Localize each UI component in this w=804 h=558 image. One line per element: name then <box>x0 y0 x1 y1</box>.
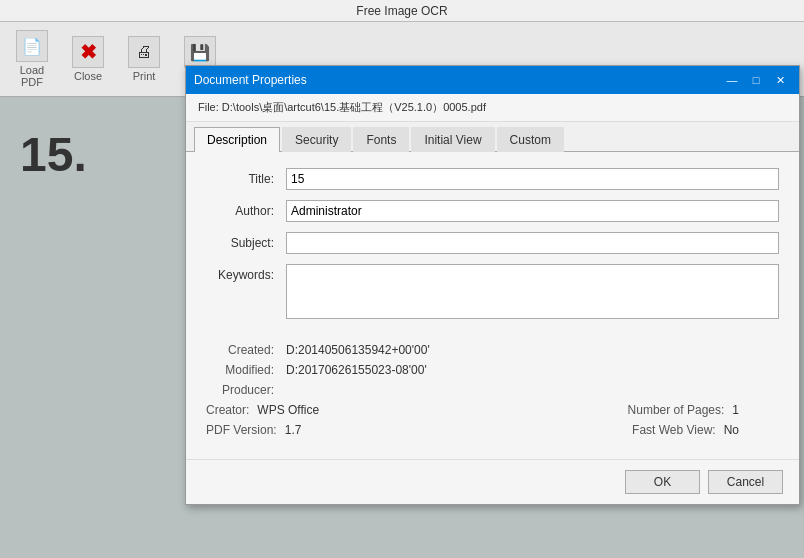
created-row: Created: D:20140506135942+00'00' <box>206 343 779 357</box>
author-input[interactable] <box>286 200 779 222</box>
fast-web-pair: Fast Web View: No <box>632 423 739 437</box>
keywords-label: Keywords: <box>206 264 286 282</box>
fast-web-value: No <box>724 423 739 437</box>
created-value: D:20140506135942+00'00' <box>286 343 430 357</box>
tab-custom[interactable]: Custom <box>497 127 564 152</box>
keywords-input[interactable] <box>286 264 779 319</box>
tab-fonts[interactable]: Fonts <box>353 127 409 152</box>
creator-label: Creator: <box>206 403 249 417</box>
subject-row: Subject: <box>206 232 779 254</box>
author-row: Author: <box>206 200 779 222</box>
title-label: Title: <box>206 168 286 186</box>
creator-pair: Creator: WPS Office <box>206 403 319 417</box>
subject-label: Subject: <box>206 232 286 250</box>
dialog-overlay: Document Properties — □ ✕ File: D:\tools… <box>0 0 804 558</box>
dialog-body: Title: Author: Subject: Keywords: <box>186 152 799 459</box>
author-label: Author: <box>206 200 286 218</box>
title-input[interactable] <box>286 168 779 190</box>
num-pages-value: 1 <box>732 403 739 417</box>
keywords-row: Keywords: <box>206 264 779 319</box>
maximize-button[interactable]: □ <box>745 70 767 90</box>
created-label: Created: <box>206 343 286 357</box>
fast-web-label: Fast Web View: <box>632 423 716 437</box>
num-pages-pair: Number of Pages: 1 <box>628 403 739 417</box>
modified-row: Modified: D:20170626155023-08'00' <box>206 363 779 377</box>
ok-button[interactable]: OK <box>625 470 700 494</box>
app-background: Free Image OCR 📄 Load PDF ✖ Close 🖨 Prin… <box>0 0 804 558</box>
dialog-title: Document Properties <box>194 73 721 87</box>
minimize-button[interactable]: — <box>721 70 743 90</box>
dialog-close-button[interactable]: ✕ <box>769 70 791 90</box>
dialog-footer: OK Cancel <box>186 459 799 504</box>
tab-description[interactable]: Description <box>194 127 280 152</box>
titlebar-controls: — □ ✕ <box>721 70 791 90</box>
tab-security[interactable]: Security <box>282 127 351 152</box>
version-web-row: PDF Version: 1.7 Fast Web View: No <box>206 423 779 437</box>
tab-bar: Description Security Fonts Initial View … <box>186 122 799 152</box>
cancel-button[interactable]: Cancel <box>708 470 783 494</box>
num-pages-label: Number of Pages: <box>628 403 725 417</box>
pdf-version-label: PDF Version: <box>206 423 277 437</box>
file-path: File: D:\tools\桌面\artcut6\15.基础工程（V25.1.… <box>186 94 799 122</box>
creator-value: WPS Office <box>257 403 319 417</box>
modified-value: D:20170626155023-08'00' <box>286 363 427 377</box>
subject-input[interactable] <box>286 232 779 254</box>
dialog-titlebar[interactable]: Document Properties — □ ✕ <box>186 66 799 94</box>
producer-label: Producer: <box>206 383 286 397</box>
modified-label: Modified: <box>206 363 286 377</box>
title-row: Title: <box>206 168 779 190</box>
creator-pages-row: Creator: WPS Office Number of Pages: 1 <box>206 403 779 417</box>
tab-initial-view[interactable]: Initial View <box>411 127 494 152</box>
pdf-version-value: 1.7 <box>285 423 302 437</box>
document-properties-dialog: Document Properties — □ ✕ File: D:\tools… <box>185 65 800 505</box>
producer-row: Producer: <box>206 383 779 397</box>
pdf-version-pair: PDF Version: 1.7 <box>206 423 301 437</box>
info-section: Created: D:20140506135942+00'00' Modifie… <box>206 335 779 437</box>
